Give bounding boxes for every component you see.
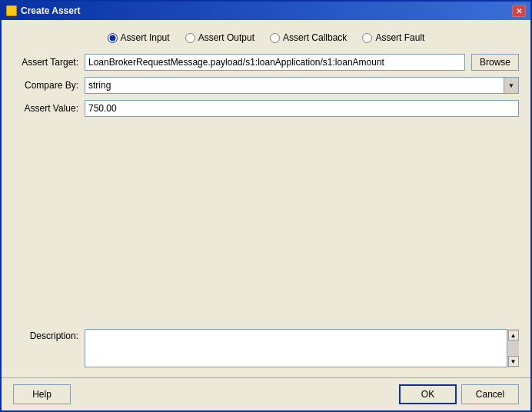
title-bar-left: ⚡ Create Assert <box>6 5 81 16</box>
description-label: Description: <box>13 329 78 341</box>
title-bar: ⚡ Create Assert ✕ <box>2 2 530 20</box>
scroll-up-icon: ▲ <box>510 332 517 339</box>
assert-callback-option[interactable]: Assert Callback <box>270 32 347 43</box>
scroll-down-icon: ▼ <box>510 358 517 365</box>
assert-output-radio[interactable] <box>185 33 195 43</box>
assert-value-input[interactable] <box>85 100 519 117</box>
compare-by-select[interactable]: string integer boolean float xpath <box>85 77 519 94</box>
assert-fault-radio[interactable] <box>362 33 372 43</box>
cancel-button[interactable]: Cancel <box>461 384 519 404</box>
scroll-down-button[interactable]: ▼ <box>508 356 519 367</box>
assert-target-input[interactable] <box>85 54 465 71</box>
assert-callback-radio[interactable] <box>270 33 280 43</box>
assert-input-option[interactable]: Assert Input <box>108 32 170 43</box>
spacer <box>13 123 519 323</box>
assert-value-row: Assert Value: <box>13 100 519 117</box>
assert-callback-label: Assert Callback <box>283 32 347 43</box>
description-scrollbar: ▲ ▼ <box>507 329 519 367</box>
help-button[interactable]: Help <box>13 384 71 404</box>
title-bar-buttons: ✕ <box>512 5 526 17</box>
compare-by-row: Compare By: string integer boolean float… <box>13 77 519 94</box>
scroll-up-button[interactable]: ▲ <box>508 330 519 341</box>
description-textarea[interactable] <box>85 329 519 367</box>
footer-right-buttons: OK Cancel <box>399 384 519 404</box>
assert-output-label: Assert Output <box>198 32 254 43</box>
assert-value-label: Assert Value: <box>13 103 78 114</box>
dialog-content: Assert Input Assert Output Assert Callba… <box>2 20 530 377</box>
close-button[interactable]: ✕ <box>512 5 526 17</box>
assert-input-radio[interactable] <box>108 33 118 43</box>
browse-button[interactable]: Browse <box>471 54 519 71</box>
compare-by-label: Compare By: <box>13 80 78 91</box>
assert-target-label: Assert Target: <box>13 57 78 68</box>
description-row: Description: ▲ ▼ <box>13 329 519 370</box>
assert-fault-label: Assert Fault <box>375 32 424 43</box>
assert-type-radio-group: Assert Input Assert Output Assert Callba… <box>13 28 519 48</box>
assert-fault-option[interactable]: Assert Fault <box>362 32 424 43</box>
window-icon: ⚡ <box>6 5 17 16</box>
assert-output-option[interactable]: Assert Output <box>185 32 254 43</box>
compare-by-wrapper: string integer boolean float xpath ▼ <box>85 77 519 94</box>
dialog-footer: Help OK Cancel <box>2 377 530 410</box>
window-title: Create Assert <box>21 5 81 16</box>
ok-button[interactable]: OK <box>399 384 457 404</box>
assert-input-label: Assert Input <box>121 32 170 43</box>
description-wrapper: ▲ ▼ <box>85 329 519 370</box>
assert-target-row: Assert Target: Browse <box>13 54 519 71</box>
create-assert-dialog: ⚡ Create Assert ✕ Assert Input Assert Ou… <box>0 0 532 412</box>
